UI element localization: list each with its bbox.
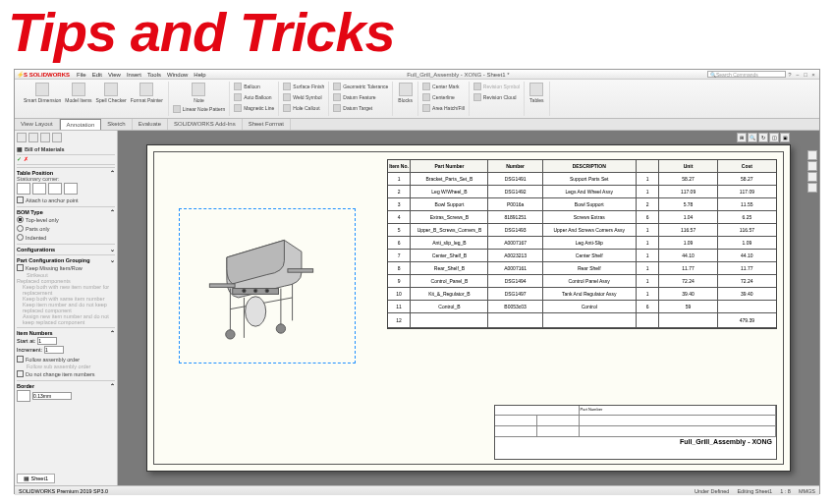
blocks-button[interactable]: Blocks (396, 82, 415, 104)
maximize-button[interactable]: □ (802, 72, 809, 78)
weld-symbol-button[interactable]: Weld Symbol (282, 92, 325, 102)
tab-evaluate[interactable]: Evaluate (133, 119, 168, 130)
zoom-fit-icon[interactable]: ⊞ (737, 133, 747, 142)
datum-feature-button[interactable]: Datum Feature (332, 92, 389, 102)
zoom-icon[interactable]: 🔍 (748, 133, 757, 142)
table-row[interactable]: 10Kit_&_Regulator_BDSG1497Tank And Regul… (388, 288, 776, 301)
menu-window[interactable]: Window (167, 72, 188, 78)
corner-br-button[interactable] (64, 183, 78, 195)
menu-view[interactable]: View (108, 72, 121, 78)
tables-button[interactable]: Tables (528, 82, 545, 104)
panel-tab-4[interactable] (52, 133, 62, 142)
tab-sheet-format[interactable]: Sheet Format (243, 119, 291, 130)
menu-edit[interactable]: Edit (92, 72, 102, 78)
display-icon[interactable]: ◫ (769, 133, 779, 142)
attach-anchor-checkbox[interactable]: Attach to anchor point (17, 196, 115, 204)
note-button[interactable]: Note (190, 82, 207, 104)
table-row[interactable]: 9Control_Panel_BDSG1494Control Panel Ass… (388, 275, 776, 288)
indented-radio[interactable]: Indented (17, 233, 115, 242)
border-style-button[interactable] (17, 390, 30, 402)
linear-note-pattern-button[interactable]: Linear Note Pattern (172, 104, 226, 114)
top-level-only-radio[interactable]: Top-level only (17, 215, 115, 224)
drawing-canvas[interactable]: ⊞ 🔍 ↻ ◫ ▣ (118, 131, 819, 485)
drawing-sheet[interactable]: Item No. Part Number Number DESCRIPTION … (146, 144, 792, 471)
table-row[interactable]: 7Center_Shelf_BA0023213Center Shelf144.1… (388, 250, 776, 262)
parts-only-radio[interactable]: Parts only (17, 224, 115, 233)
centerline-button[interactable]: Centerline (421, 92, 466, 102)
section-icon[interactable]: ▣ (780, 133, 790, 142)
close-button[interactable]: × (809, 72, 817, 78)
auto-balloon-button[interactable]: Auto Balloon (233, 92, 275, 102)
table-row[interactable]: 11Control_BB0053c03Control659 (388, 301, 776, 313)
keep-missing-checkbox[interactable]: Keep Missing Item/Row (17, 263, 115, 272)
menu-insert[interactable]: Insert (127, 72, 141, 78)
table-row[interactable]: 8Rear_Shelf_BA0007161Rear Shelf111.7711.… (388, 262, 776, 275)
smart-dimension-button[interactable]: Smart Dimension (22, 82, 63, 104)
status-editing: Editing Sheet1 (737, 488, 772, 494)
dont-change-checkbox[interactable]: Do not change item numbers (17, 369, 115, 378)
tab-sketch[interactable]: Sketch (101, 119, 132, 130)
table-row[interactable]: 1Bracket_Parts_Set_BDSG1491Support Parts… (388, 173, 776, 186)
model-items-button[interactable]: Model Items (63, 82, 93, 104)
tab-annotation[interactable]: Annotation (60, 119, 102, 130)
panel-tab-3[interactable] (40, 133, 50, 142)
table-row[interactable]: 5Upper_B_Screws_Corners_BDSG1493Upper An… (388, 224, 776, 237)
sheet1-tab[interactable]: ▦ Sheet1 (17, 474, 55, 483)
datum-target-button[interactable]: Datum Target (332, 103, 389, 113)
center-mark-button[interactable]: Center Mark (421, 82, 466, 91)
title-block[interactable]: Part Number Full_Grill_Assembly - XONG (494, 405, 777, 461)
overlay-title: Tips and Tricks (8, 0, 395, 64)
main-area: ▦ Bill of Materials ✓ ✗ Table Position⌃ … (15, 131, 819, 485)
corner-tr-button[interactable] (32, 183, 46, 195)
help-icon[interactable]: ? (786, 72, 794, 78)
table-row[interactable]: 3Bowl SupportP0016aBowl Support25.7811.5… (388, 198, 776, 211)
corner-bl-button[interactable] (48, 183, 62, 195)
surface-finish-button[interactable]: Surface Finish (282, 82, 325, 91)
menu-tools[interactable]: Tools (147, 72, 161, 78)
status-scale[interactable]: 1 : 8 (780, 488, 791, 494)
minimize-button[interactable]: − (794, 72, 802, 78)
app-logo: ⚡S SOLIDWORKS (17, 71, 70, 78)
table-icon: ▦ (17, 146, 23, 152)
drawing-view-selection[interactable] (179, 208, 355, 364)
spell-checker-button[interactable]: Spell Checker (94, 82, 129, 104)
tab-addins[interactable]: SOLIDWORKS Add-Ins (168, 119, 243, 130)
table-row[interactable]: 2Leg W/Wheel_BDSG1492Legs And Wheel Assy… (388, 186, 776, 198)
rotate-icon[interactable]: ↻ (758, 133, 768, 142)
table-row[interactable]: 6Anti_slip_leg_BA0007167Leg Anti-Slip11.… (388, 237, 776, 250)
table-row[interactable]: 4Extras_Screws_B81891251Screws Extras61.… (388, 211, 776, 224)
title-block-name: Full_Grill_Assembly - XONG (680, 438, 772, 445)
status-units[interactable]: MMGS (799, 488, 815, 494)
vtool-3[interactable] (807, 172, 817, 182)
revision-cloud-button[interactable]: Revision Cloud (473, 92, 521, 102)
status-under-defined: Under Defined (695, 488, 729, 494)
menu-help[interactable]: Help (194, 72, 205, 78)
border-width-input[interactable] (32, 392, 72, 400)
vtool-4[interactable] (807, 183, 817, 193)
vtool-2[interactable] (807, 161, 817, 171)
vtool-1[interactable] (807, 150, 817, 160)
tab-view-layout[interactable]: View Layout (15, 119, 60, 130)
increment-input[interactable] (44, 346, 64, 354)
hole-callout-button[interactable]: Hole Callout (282, 103, 325, 113)
cancel-icon[interactable]: ✗ (24, 156, 28, 162)
grill-model-view (189, 217, 346, 355)
balloon-button[interactable]: Balloon (233, 82, 275, 91)
svg-point-12 (253, 289, 257, 293)
area-hatch-button[interactable]: Area Hatch/Fill (421, 103, 466, 113)
start-at-input[interactable] (37, 337, 57, 345)
search-commands-input[interactable]: 🔍 Search Commands (707, 71, 786, 78)
format-painter-button[interactable]: Format Painter (129, 82, 165, 104)
panel-tab-1[interactable] (17, 133, 27, 142)
configurations-label: Configurations (17, 247, 55, 252)
corner-tl-button[interactable] (17, 183, 30, 195)
follow-assembly-checkbox[interactable]: Follow assembly order (17, 355, 115, 364)
geometric-tolerance-button[interactable]: Geometric Tolerance (332, 82, 389, 91)
confirm-icon[interactable]: ✓ (17, 156, 22, 162)
rep-opt-4: Assign new item number and do not keep r… (17, 313, 115, 325)
bom-header-row: Item No. Part Number Number DESCRIPTION … (388, 160, 776, 173)
panel-tab-2[interactable] (28, 133, 38, 142)
menu-file[interactable]: File (77, 72, 86, 78)
magnetic-line-button[interactable]: Magnetic Line (233, 103, 275, 113)
bom-table[interactable]: Item No. Part Number Number DESCRIPTION … (387, 159, 777, 329)
